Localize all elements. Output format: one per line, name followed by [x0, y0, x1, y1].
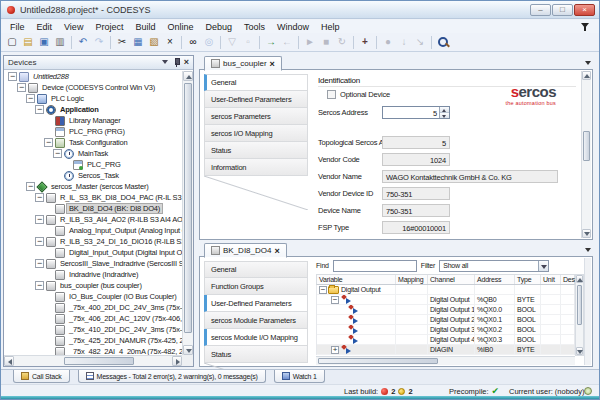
user-icon[interactable] — [584, 387, 592, 395]
title-bar[interactable]: Untitled288.project* - CODESYS ‒ □ × — [1, 1, 599, 19]
mapping-row[interactable]: Digital Output 4 %QX0.3 BOOL — [317, 335, 574, 345]
category-tab[interactable]: Status — [204, 142, 308, 159]
category-tab[interactable]: User-Defined Parameters — [204, 91, 308, 108]
mapping-row[interactable]: Digital Output 2 %QX0.1 BOOL — [317, 315, 574, 325]
column-header[interactable]: Channel — [428, 275, 475, 284]
mapping-row[interactable]: Digital Output %QB0 BYTE — [317, 295, 574, 305]
row-expander-icon[interactable] — [331, 296, 339, 304]
toolbar-login-icon[interactable]: → — [263, 34, 279, 50]
menu-item[interactable]: Online — [161, 22, 199, 32]
tree-item[interactable]: Analog_Input_Output (Analog Input Output… — [5, 225, 182, 236]
toolbar-delete-icon[interactable]: × — [162, 34, 178, 50]
tree-expander-icon[interactable] — [53, 149, 62, 158]
table-vertical-scrollbar[interactable] — [575, 274, 584, 356]
menu-item[interactable]: File — [4, 22, 31, 32]
tree-expander-icon[interactable] — [35, 259, 44, 268]
tree-item[interactable]: _75x_400_2DI_DC_24V_3ms (75x-400, 2DI, D… — [5, 302, 182, 313]
combo-dropdown-icon[interactable] — [538, 261, 548, 271]
tree-item[interactable]: Task Configuration — [5, 137, 182, 148]
column-header[interactable]: Type — [515, 275, 541, 284]
menu-item[interactable]: Project — [89, 22, 129, 32]
tree-expander-icon[interactable] — [35, 281, 44, 290]
column-header[interactable]: Address — [475, 275, 515, 284]
tree-item[interactable]: PLC_PRG — [5, 159, 182, 170]
tree-expander-icon[interactable] — [8, 72, 17, 81]
bottom-panel-tab[interactable]: Messages - Total 2 error(s), 2 warning(s… — [78, 370, 266, 383]
category-tab[interactable]: General — [204, 261, 308, 278]
category-tab[interactable]: Function Groups — [204, 278, 308, 295]
toolbar-paste-icon[interactable]: ▧ — [146, 34, 162, 50]
tree-item[interactable]: BK_DI8_DO4 (BK: DI8 DO4) — [5, 203, 182, 214]
toolbar-stop-icon[interactable]: ■ — [318, 34, 334, 50]
menu-item[interactable]: View — [58, 22, 89, 32]
tree-expander-icon[interactable] — [26, 94, 35, 103]
find-input[interactable] — [333, 260, 417, 272]
tree-expander-icon[interactable] — [35, 215, 44, 224]
category-tab[interactable]: Information — [204, 159, 308, 176]
tree-item[interactable]: _75x_410_2DI_DC_24V_3ms (75x-410, 2DI, D… — [5, 324, 182, 335]
toolbar-step-over-icon[interactable]: ↘ — [412, 34, 428, 50]
toolbar-start-icon[interactable]: ► — [302, 34, 318, 50]
toolbar-print-icon[interactable]: ▥ — [52, 34, 68, 50]
category-tab[interactable]: sercos Module I/O Mapping — [204, 329, 308, 346]
tree-item[interactable]: PLC Logic — [5, 93, 182, 104]
maximize-button[interactable]: □ — [552, 4, 573, 16]
tree-vertical-scrollbar[interactable] — [182, 71, 193, 355]
tree-expander-icon[interactable] — [35, 193, 44, 202]
tree-item[interactable]: MainTask — [5, 148, 182, 159]
tree-item[interactable]: Device (CODESYS Control Win V3) — [5, 82, 182, 93]
tree-item[interactable]: Digital_Input_Output (Digital Input Outp… — [5, 247, 182, 258]
toolbar-tools-icon[interactable]: + — [357, 34, 373, 50]
category-tab[interactable]: Status — [204, 346, 308, 363]
bottom-panel-tab[interactable]: Call Stack — [13, 370, 70, 383]
toolbar-step-into-icon[interactable]: ↓ — [396, 34, 412, 50]
mapping-row[interactable]: DIAGIN %IB0 BYTE — [317, 345, 574, 355]
close-button[interactable]: × — [574, 4, 595, 16]
editor-vertical-scrollbar[interactable] — [581, 71, 591, 238]
tree-expander-icon[interactable] — [35, 105, 44, 114]
optional-device-checkbox[interactable] — [327, 90, 336, 99]
editor-vertical-scrollbar[interactable] — [584, 258, 591, 365]
mapping-row[interactable]: Digital Output 3 %QX0.2 BOOL — [317, 325, 574, 335]
tree-item[interactable]: PLC_PRG (PRG) — [5, 126, 182, 137]
table-horizontal-scrollbar[interactable] — [316, 356, 575, 365]
tree-item[interactable]: _75x_425_2DI_NAMUR (75x-425, 2DI, NAMUR) — [5, 335, 182, 346]
toolbar-breakpoint-icon[interactable]: ● — [380, 34, 396, 50]
minimize-button[interactable]: ‒ — [530, 4, 551, 16]
devices-panel-header[interactable]: Devices × — [4, 56, 193, 70]
tree-item[interactable]: _75x_406_2DI_AC_120V (75x-406, 2DI, AC 1… — [5, 313, 182, 324]
tree-item[interactable]: Application — [5, 104, 182, 115]
toolbar-find-next-icon[interactable]: ◎ — [201, 34, 217, 50]
tab-list-dropdown-icon[interactable] — [584, 246, 593, 254]
toolbar-cut-icon[interactable]: ✂ — [114, 34, 130, 50]
toolbar-redo-icon[interactable]: ↷ — [91, 34, 107, 50]
category-tab[interactable]: User-Defined Parameters — [204, 295, 308, 312]
tree-item[interactable]: Sercos_Task — [5, 170, 182, 181]
category-tab[interactable]: sercos I/O Mapping — [204, 125, 308, 142]
tree-item[interactable]: Untitled288 — [5, 71, 182, 82]
tree-item[interactable]: Indradrive (Indradrive) — [5, 269, 182, 280]
tree-item[interactable]: IO_Bus_Coupler (IO Bus Coupler) — [5, 291, 182, 302]
category-tab[interactable]: General — [204, 74, 308, 91]
tree-item[interactable]: R_ILB_S3_24_DI_16_DIO16 (R-ILB S3 24 DI … — [5, 236, 182, 247]
tree-expander-icon[interactable] — [44, 138, 53, 147]
menu-item[interactable]: Tools — [238, 22, 271, 32]
tab-close-icon[interactable]: × — [274, 247, 279, 255]
filter-combobox[interactable]: Show all — [439, 260, 549, 272]
tree-expander-icon[interactable] — [26, 182, 35, 191]
tree-item[interactable]: sercos_Master (sercos Master) — [5, 181, 182, 192]
tree-item[interactable]: bus_coupler (bus coupler) — [5, 280, 182, 291]
toolbar-zoom-icon[interactable] — [435, 34, 451, 50]
category-tab[interactable]: sercos Parameters — [204, 108, 308, 125]
tree-item[interactable]: _75x_482_2AI_4_20mA (75x-482, 2AI, 4-20m… — [5, 346, 182, 355]
tree-item[interactable]: SercosIII_Slave_Indradrive (SercosIII Sl… — [5, 258, 182, 269]
tree-expander-icon[interactable] — [17, 83, 26, 92]
bottom-panel-tab[interactable]: Watch 1 — [274, 370, 325, 383]
address-spinner[interactable] — [439, 107, 449, 118]
tree-expander-icon[interactable] — [35, 237, 44, 246]
mapping-row[interactable]: Digital Output — [317, 285, 574, 295]
toolbar-new-project-icon[interactable]: ▢ — [4, 34, 20, 50]
toolbar-single-cycle-icon[interactable]: ↻ — [334, 34, 350, 50]
toolbar-open-project-icon[interactable]: ▤ — [20, 34, 36, 50]
tree-item[interactable]: R_ILB_S3_AI4_AO2 (R-ILB S3 AI4 AO2) — [5, 214, 182, 225]
